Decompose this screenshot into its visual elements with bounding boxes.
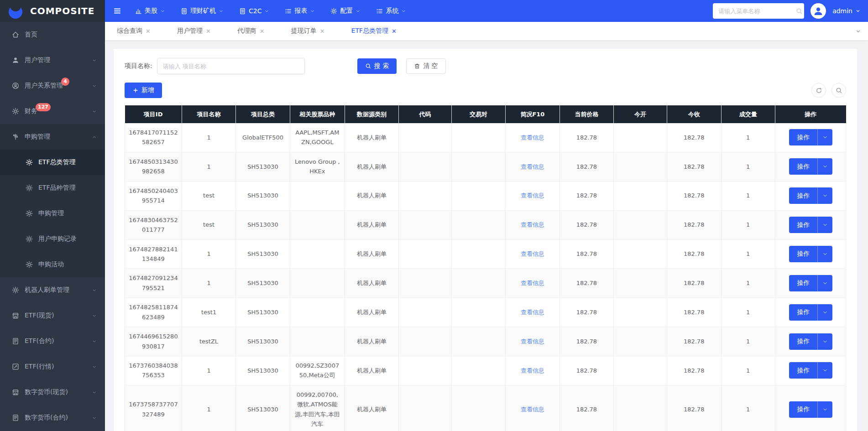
topnav-item-3[interactable]: C2C bbox=[239, 7, 269, 15]
table-cell-f10: 查看信息 bbox=[506, 123, 559, 152]
sidebar-item-申购活动[interactable]: 申购活动 bbox=[0, 252, 105, 277]
sidebar-item-ETF(行情)[interactable]: ETF(行情) bbox=[0, 354, 105, 379]
sidebar-item-财务[interactable]: 财务127 bbox=[0, 99, 105, 124]
sidebar-item-ETF品种管理[interactable]: ETF品种管理 bbox=[0, 175, 105, 201]
view-info-link[interactable]: 查看信息 bbox=[521, 338, 544, 345]
column-header-成交量: 成交量 bbox=[721, 105, 775, 123]
view-info-link[interactable]: 查看信息 bbox=[521, 250, 544, 257]
table-cell: 182.78 bbox=[559, 327, 613, 356]
view-info-link[interactable]: 查看信息 bbox=[521, 192, 544, 199]
action-dropdown-button[interactable]: 操作 bbox=[789, 333, 832, 350]
table-cell: 机器人刷单 bbox=[345, 123, 398, 152]
close-icon[interactable]: ✕ bbox=[146, 28, 151, 35]
clear-button[interactable]: 清 空 bbox=[406, 58, 445, 74]
table-cell: 1 bbox=[182, 385, 235, 431]
search-icon[interactable] bbox=[796, 8, 803, 15]
table-row: 16748503134309826581SH513030Lenovo Group… bbox=[125, 152, 846, 181]
menu-search-box[interactable] bbox=[713, 3, 804, 19]
chevron-down-icon bbox=[817, 217, 832, 233]
close-icon[interactable]: ✕ bbox=[206, 28, 211, 35]
table-cell: 1674830463752011777 bbox=[125, 210, 182, 239]
sidebar-item-用户关系管理[interactable]: 用户关系管理4 bbox=[0, 73, 105, 99]
topnav-item-5[interactable]: 配置 bbox=[330, 7, 361, 15]
table-cell-action: 操作 bbox=[775, 298, 846, 327]
action-dropdown-button[interactable]: 操作 bbox=[789, 401, 832, 418]
chevron-up-icon bbox=[92, 135, 97, 140]
user-menu[interactable]: admin bbox=[832, 7, 861, 15]
chevron-down-icon bbox=[817, 158, 832, 175]
table-cell: 1 bbox=[721, 239, 775, 269]
table-cell: SH513030 bbox=[236, 210, 290, 239]
topnav-item-2[interactable]: 理财矿机 bbox=[181, 7, 224, 15]
column-header-项目总类: 项目总类 bbox=[236, 105, 290, 123]
column-search-button[interactable] bbox=[831, 83, 846, 98]
tab-ETF总类管理[interactable]: ETF总类管理✕ bbox=[351, 27, 397, 35]
menu-toggle-icon[interactable] bbox=[113, 7, 121, 15]
view-info-link[interactable]: 查看信息 bbox=[521, 221, 544, 228]
menu-search-input[interactable] bbox=[718, 8, 796, 15]
sidebar-item-申购管理[interactable]: 申购管理 bbox=[0, 201, 105, 226]
table-cell: SH513030 bbox=[236, 327, 290, 356]
table-cell: 1674827091234795521 bbox=[125, 269, 182, 298]
tab-综合查询[interactable]: 综合查询✕ bbox=[117, 27, 151, 35]
sidebar-item-数字货币(合约)[interactable]: 数字货币(合约) bbox=[0, 405, 105, 431]
sidebar-item-ETF总类管理[interactable]: ETF总类管理 bbox=[0, 150, 105, 175]
topnav-item-1[interactable]: 美股 bbox=[135, 7, 165, 15]
user-icon bbox=[12, 57, 19, 64]
table-cell-action: 操作 bbox=[775, 269, 846, 298]
view-info-link[interactable]: 查看信息 bbox=[521, 134, 544, 141]
tab-list-dropdown[interactable] bbox=[852, 22, 864, 40]
tab-提现订单[interactable]: 提现订单✕ bbox=[291, 27, 325, 35]
topnav-item-6[interactable]: 系统 bbox=[376, 7, 406, 15]
sidebar-item-ETF(合约)[interactable]: ETF(合约) bbox=[0, 328, 105, 354]
view-info-link[interactable]: 查看信息 bbox=[521, 163, 544, 170]
action-dropdown-button[interactable]: 操作 bbox=[789, 217, 832, 233]
action-dropdown-button[interactable]: 操作 bbox=[789, 304, 832, 321]
project-name-input[interactable] bbox=[157, 58, 305, 74]
sidebar-item-用户申购记录[interactable]: 用户申购记录 bbox=[0, 226, 105, 252]
table-cell: 182.78 bbox=[559, 210, 613, 239]
sidebar-item-ETF(现货)[interactable]: ETF(现货) bbox=[0, 303, 105, 328]
close-icon[interactable]: ✕ bbox=[260, 28, 265, 35]
action-button-label: 操作 bbox=[789, 365, 817, 376]
table-cell: 机器人刷单 bbox=[345, 356, 398, 385]
table-row: 1674830463752011777testSH513030机器人刷单查看信息… bbox=[125, 210, 846, 239]
tab-label: 提现订单 bbox=[291, 27, 317, 35]
tab-用户管理[interactable]: 用户管理✕ bbox=[177, 27, 211, 35]
view-info-link[interactable]: 查看信息 bbox=[521, 280, 544, 286]
topnav-item-4[interactable]: 报表 bbox=[285, 7, 315, 15]
sidebar-item-用户管理[interactable]: 用户管理 bbox=[0, 47, 105, 73]
logo-area: COMPOSITE bbox=[0, 0, 105, 22]
action-dropdown-button[interactable]: 操作 bbox=[789, 246, 832, 262]
refresh-button[interactable] bbox=[811, 83, 826, 98]
sidebar-item-申购管理[interactable]: 申购管理 bbox=[0, 124, 105, 150]
brand-name: COMPOSITE bbox=[30, 5, 94, 16]
shop-icon bbox=[12, 312, 19, 319]
view-info-link[interactable]: 查看信息 bbox=[521, 309, 544, 316]
close-icon[interactable]: ✕ bbox=[392, 28, 397, 35]
sidebar-item-label: ETF(合约) bbox=[25, 337, 54, 345]
table-cell bbox=[451, 210, 505, 239]
tab-代理商[interactable]: 代理商✕ bbox=[237, 27, 265, 35]
action-dropdown-button[interactable]: 操作 bbox=[789, 187, 832, 204]
action-dropdown-button[interactable]: 操作 bbox=[789, 275, 832, 291]
sidebar-item-label: 数字货币(合约) bbox=[25, 414, 68, 422]
add-button[interactable]: 新增 bbox=[125, 83, 162, 98]
main-area: 综合查询✕用户管理✕代理商✕提现订单✕ETF总类管理✕ 项目名称: 搜 索 bbox=[105, 22, 868, 431]
close-icon[interactable]: ✕ bbox=[320, 28, 325, 35]
user-avatar[interactable] bbox=[810, 3, 826, 19]
sidebar-item-数字货币(现货)[interactable]: 数字货币(现货) bbox=[0, 379, 105, 405]
sidebar-item-首页[interactable]: 首页 bbox=[0, 22, 105, 47]
table-cell: 1678417071152582657 bbox=[125, 123, 182, 152]
table-cell bbox=[451, 123, 505, 152]
table-row: 1674850240403955714testSH513030机器人刷单查看信息… bbox=[125, 181, 846, 210]
search-button[interactable]: 搜 索 bbox=[357, 58, 397, 74]
view-info-link[interactable]: 查看信息 bbox=[521, 367, 544, 374]
table-cell: 182.78 bbox=[559, 181, 613, 210]
gear-icon bbox=[26, 210, 33, 217]
action-dropdown-button[interactable]: 操作 bbox=[789, 362, 832, 379]
sidebar-item-机器人刷单管理[interactable]: 机器人刷单管理 bbox=[0, 277, 105, 303]
view-info-link[interactable]: 查看信息 bbox=[521, 406, 544, 413]
action-dropdown-button[interactable]: 操作 bbox=[789, 158, 832, 175]
action-dropdown-button[interactable]: 操作 bbox=[789, 129, 832, 145]
